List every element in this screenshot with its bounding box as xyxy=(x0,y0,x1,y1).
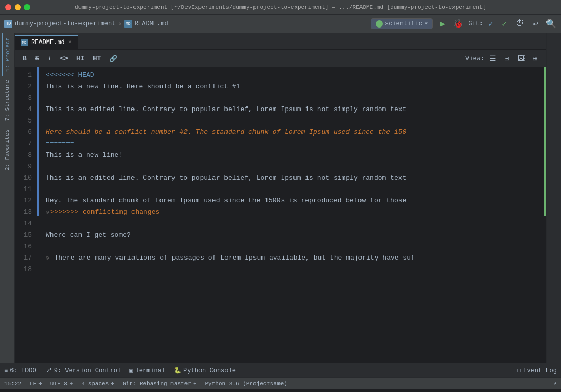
project-name[interactable]: dummy-project-to-experiment xyxy=(15,20,115,28)
python-status[interactable]: Python 3.6 (ProjectName) xyxy=(205,381,287,387)
version-control-button[interactable]: ⎇ 9: Version Control xyxy=(45,367,122,374)
view-table-button[interactable]: ⊞ xyxy=(530,53,540,64)
indent-separator: ÷ xyxy=(111,381,114,387)
fold-icon[interactable]: ⊙ xyxy=(46,209,49,215)
scientific-button[interactable]: scientific ▾ xyxy=(371,18,433,29)
enc-separator: ÷ xyxy=(70,381,73,387)
code-line xyxy=(46,161,540,172)
tab-readme[interactable]: MD README.md × xyxy=(15,35,78,49)
tab-close-icon[interactable]: × xyxy=(68,39,72,46)
minimize-button[interactable] xyxy=(15,4,21,10)
strikethrough-button[interactable]: S xyxy=(33,53,42,63)
bottom-toolbar: ≡ 6: TODO ⎇ 9: Version Control ▣ Termina… xyxy=(0,363,561,377)
file-name[interactable]: README.md xyxy=(135,20,168,28)
terminal-icon: ▣ xyxy=(129,367,133,374)
italic-button[interactable]: I xyxy=(46,53,54,63)
maximize-button[interactable] xyxy=(24,4,30,10)
code-line: This is a new line. Here should be a con… xyxy=(46,81,540,92)
side-panel-left: 1: Project 7: Structure 2: Favorites xyxy=(0,33,15,363)
power-icon-status: ⚡ xyxy=(553,380,557,387)
right-gutter xyxy=(540,67,546,363)
lf-separator: ÷ xyxy=(38,381,42,387)
code-line: This is a new line! xyxy=(46,150,540,161)
view-preview-button[interactable]: 🖼 xyxy=(514,53,528,64)
window-controls[interactable] xyxy=(5,4,30,10)
line-ending[interactable]: LF ÷ xyxy=(30,381,42,387)
sidebar-item-structure[interactable]: 7: Structure xyxy=(2,76,12,125)
nav-right: scientific ▾ ▶ 🐞 Git: ✓ ✓ ⏱ ↩ 🔍 xyxy=(371,18,557,30)
todo-button[interactable]: ≡ 6: TODO xyxy=(4,367,36,374)
indent-value: 4 spaces xyxy=(81,381,109,387)
line-number: 7 xyxy=(15,138,32,150)
code-editor: 123456789101112131415161718 <<<<<<< HEAD… xyxy=(15,67,546,363)
code-line: Where can I get some? xyxy=(46,229,540,241)
sidebar-item-favorites[interactable]: 2: Favorites xyxy=(2,125,12,174)
git-separator: ÷ xyxy=(193,381,197,387)
code-line xyxy=(46,184,540,195)
window-title: dummy-project-to-experiment [~/DevExperi… xyxy=(75,4,486,10)
code-line: ======= xyxy=(46,138,540,150)
history-icon[interactable]: ⏱ xyxy=(514,18,526,30)
run-button[interactable]: ▶ xyxy=(437,18,448,30)
code-content[interactable]: <<<<<<< HEAD This is a new line. Here sh… xyxy=(37,67,540,363)
h2-button[interactable]: HT xyxy=(91,53,103,63)
title-bar: dummy-project-to-experiment [~/DevExperi… xyxy=(0,0,561,15)
line-number: 8 xyxy=(15,150,32,161)
sidebar-item-project[interactable]: 1: Project xyxy=(2,33,13,76)
close-button[interactable] xyxy=(5,4,11,10)
git-check-icon[interactable]: ✓ xyxy=(485,18,497,30)
bold-button[interactable]: B xyxy=(21,53,29,63)
event-log-button[interactable]: □ Event Log xyxy=(517,367,557,374)
line-number: 5 xyxy=(15,115,32,127)
git-status-value: Git: Rebasing master xyxy=(123,381,191,387)
file-icon: MD xyxy=(124,20,132,28)
line-number: 6 xyxy=(15,127,32,138)
code-line xyxy=(46,264,540,275)
event-log-label: Event Log xyxy=(523,367,557,374)
fold-icon[interactable]: ⊙ xyxy=(46,255,49,261)
terminal-label: Terminal xyxy=(135,367,165,374)
view-label: View: xyxy=(465,55,484,62)
tab-label: README.md xyxy=(31,39,65,46)
terminal-button[interactable]: ▣ Terminal xyxy=(129,367,165,374)
view-split-button[interactable]: ⊟ xyxy=(501,53,512,64)
link-button[interactable]: 🔗 xyxy=(107,53,119,64)
python-console-button[interactable]: 🐍 Python Console xyxy=(173,367,236,374)
line-number: 11 xyxy=(15,184,32,195)
python-icon: 🐍 xyxy=(173,367,181,374)
line-number: 10 xyxy=(15,172,32,184)
code-button[interactable]: <> xyxy=(58,53,70,63)
view-list-button[interactable]: ☰ xyxy=(486,53,499,64)
debug-button[interactable]: 🐞 xyxy=(452,18,464,30)
status-bar: 15:22 LF ÷ UTF-8 ÷ 4 spaces ÷ Git: Rebas… xyxy=(0,377,561,389)
power-icon: ⚡ xyxy=(553,380,557,387)
line-number: 12 xyxy=(15,195,32,207)
git-label: Git: xyxy=(468,20,483,28)
scientific-label: scientific xyxy=(385,20,422,28)
side-panel-right xyxy=(546,33,561,363)
scientific-icon xyxy=(376,20,383,28)
line-numbers: 123456789101112131415161718 xyxy=(15,67,37,363)
h1-button[interactable]: HI xyxy=(74,53,87,63)
conflict-bar xyxy=(37,67,39,216)
encoding-item[interactable]: UTF-8 ÷ xyxy=(50,381,73,387)
search-icon[interactable]: 🔍 xyxy=(545,18,557,30)
line-number: 15 xyxy=(15,229,32,241)
cursor-position[interactable]: 15:22 xyxy=(4,381,21,387)
main-layout: 1: Project 7: Structure 2: Favorites MD … xyxy=(0,33,561,363)
indent-item[interactable]: 4 spaces ÷ xyxy=(81,381,114,387)
nav-bar: HD dummy-project-to-experiment › MD READ… xyxy=(0,15,561,33)
git-accept-icon[interactable]: ✓ xyxy=(499,18,510,30)
line-number: 16 xyxy=(15,241,32,252)
project-icon: HD xyxy=(4,20,12,28)
view-section: View: ☰ ⊟ 🖼 ⊞ xyxy=(465,53,540,64)
code-line: ⊙ There are many variations of passages … xyxy=(46,252,540,264)
git-status[interactable]: Git: Rebasing master ÷ xyxy=(123,381,197,387)
line-number: 2 xyxy=(15,81,32,92)
tab-bar: MD README.md × xyxy=(15,33,546,50)
line-number: 18 xyxy=(15,264,32,275)
python-status-value: Python 3.6 (ProjectName) xyxy=(205,381,287,387)
position-value: 15:22 xyxy=(4,381,21,387)
undo-icon[interactable]: ↩ xyxy=(530,18,541,30)
line-number: 17 xyxy=(15,252,32,264)
